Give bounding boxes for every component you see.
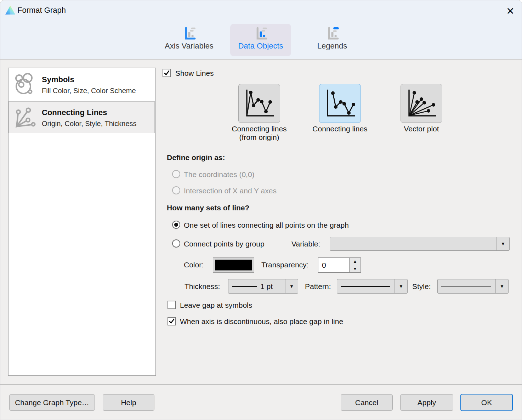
thumbnail-caption: Connecting lines(from origin)	[217, 125, 302, 142]
prism-logo-icon	[5, 5, 16, 15]
show-lines-checkbox[interactable]	[163, 69, 171, 77]
transparency-label: Transparency:	[261, 261, 308, 269]
checkmark-icon	[163, 69, 170, 76]
footer-divider	[0, 384, 522, 385]
help-button[interactable]: Help	[103, 394, 154, 411]
spinner-up-icon[interactable]: ▲	[350, 258, 361, 265]
color-swatch-fill	[215, 260, 252, 271]
axis-variables-icon	[182, 26, 197, 41]
sidebar-item-title: Connecting Lines	[42, 108, 107, 117]
define-origin-heading: Define origin as:	[167, 153, 225, 162]
apply-button[interactable]: Apply	[400, 394, 453, 411]
tab-label: Axis Variables	[165, 41, 214, 51]
tab-axis-variables[interactable]: Axis Variables	[159, 24, 220, 56]
style-dropdown[interactable]: ▼	[437, 279, 509, 294]
category-list: Symbols Fill Color, Size, Color Scheme C…	[8, 68, 156, 376]
thumbnail-connecting-lines[interactable]	[319, 84, 361, 123]
connecting-lines-icon	[13, 106, 36, 129]
tab-label: Legends	[317, 41, 347, 51]
legends-icon	[325, 26, 340, 41]
chevron-down-icon: ▼	[395, 279, 407, 293]
thickness-label: Thickness:	[185, 282, 220, 291]
style-label: Style:	[412, 282, 431, 291]
chevron-down-icon: ▼	[497, 237, 509, 250]
spinner-down-icon[interactable]: ▼	[350, 265, 361, 273]
discontinuous-gap-label: When axis is discontinuous, also place g…	[180, 317, 343, 326]
window-title: Format Graph	[17, 6, 66, 15]
ok-button[interactable]: OK	[460, 394, 513, 411]
tab-data-objects[interactable]: Data Objects	[230, 24, 291, 56]
leave-gap-checkbox[interactable]	[168, 301, 176, 309]
color-swatch-button[interactable]	[213, 257, 254, 273]
cancel-button[interactable]: Cancel	[341, 394, 393, 411]
thickness-dropdown[interactable]: 1 pt ▼	[228, 279, 298, 294]
radio-coordinates-00[interactable]	[172, 170, 180, 178]
variable-dropdown[interactable]: ▼	[330, 237, 510, 251]
sidebar-item-title: Symbols	[42, 75, 74, 84]
radio-connect-by-group-label: Connect points by group	[184, 240, 265, 248]
connecting-lines-from-origin-graphic	[242, 87, 277, 120]
title-bar: Format Graph ✕ Axis Variables Data Objec…	[0, 0, 522, 59]
thumbnail-caption: Connecting lines	[297, 125, 382, 133]
symbols-icon	[13, 73, 36, 96]
connecting-lines-graphic	[322, 87, 358, 120]
radio-one-set-label: One set of lines connecting all points o…	[184, 221, 349, 229]
style-line-sample	[441, 286, 491, 287]
color-label: Color:	[184, 261, 204, 269]
sets-of-line-heading: How many sets of line?	[167, 204, 249, 212]
pattern-dropdown[interactable]: ▼	[337, 279, 408, 294]
thumbnail-connecting-lines-from-origin[interactable]	[238, 84, 280, 123]
discontinuous-gap-checkbox[interactable]	[168, 317, 176, 325]
pattern-line-sample	[341, 286, 390, 287]
radio-intersection-axes-label: Intersection of X and Y axes	[184, 187, 277, 195]
sidebar-item-subtitle: Fill Color, Size, Color Scheme	[42, 87, 136, 95]
thumbnail-caption: Vector plot	[379, 125, 464, 133]
radio-one-set[interactable]	[172, 221, 180, 229]
close-icon[interactable]: ✕	[502, 2, 519, 19]
variable-label: Variable:	[291, 240, 320, 248]
radio-coordinates-00-label: The coordinates (0,0)	[184, 170, 255, 179]
tab-label: Data Objects	[238, 41, 283, 51]
vector-plot-graphic	[404, 87, 439, 120]
format-graph-dialog: Format Graph ✕ Axis Variables Data Objec…	[0, 0, 522, 420]
thickness-value: 1 pt	[260, 282, 273, 291]
sidebar-item-subtitle: Origin, Color, Style, Thickness	[42, 120, 137, 128]
transparency-stepper: ▲ ▼	[350, 257, 361, 273]
thumbnail-vector-plot[interactable]	[401, 84, 442, 123]
tab-legends[interactable]: Legends	[302, 24, 363, 56]
checkmark-icon	[168, 318, 175, 325]
transparency-input[interactable]	[318, 257, 350, 273]
sidebar-item-connecting-lines[interactable]: Connecting Lines Origin, Color, Style, T…	[8, 101, 155, 133]
leave-gap-label: Leave gap at symbols	[180, 301, 252, 310]
chevron-down-icon: ▼	[495, 279, 508, 293]
show-lines-label: Show Lines	[175, 69, 214, 78]
radio-connect-by-group[interactable]	[172, 239, 180, 248]
thickness-line-sample	[232, 286, 257, 287]
radio-dot	[174, 223, 178, 227]
pattern-label: Pattern:	[305, 282, 331, 291]
sidebar-item-symbols[interactable]: Symbols Fill Color, Size, Color Scheme	[9, 69, 155, 101]
data-objects-icon	[253, 26, 268, 41]
radio-intersection-axes[interactable]	[172, 186, 180, 194]
change-graph-type-button[interactable]: Change Graph Type…	[9, 394, 95, 411]
chevron-down-icon: ▼	[285, 279, 298, 293]
